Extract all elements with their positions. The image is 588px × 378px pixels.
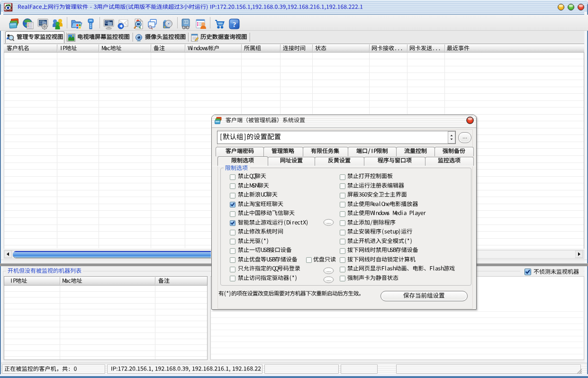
svg-text:?: ? — [232, 21, 236, 28]
